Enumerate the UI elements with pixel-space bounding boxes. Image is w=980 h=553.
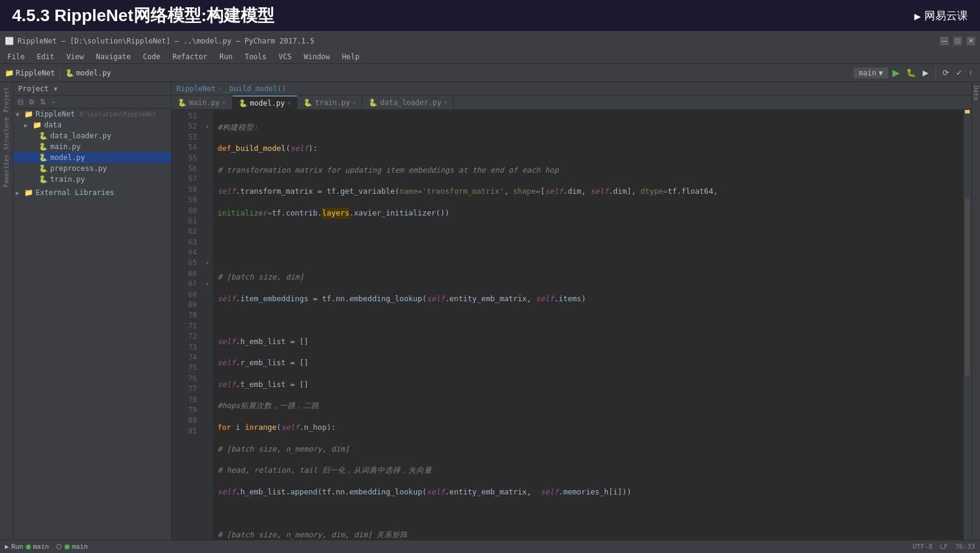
- data-side-label[interactable]: Data: [973, 82, 979, 104]
- tab-icon-train: 🐍: [303, 98, 312, 107]
- run-configuration[interactable]: main ▼: [854, 68, 888, 78]
- run-config-1: Run: [11, 543, 24, 551]
- folder-icon-ext: 📁: [24, 188, 33, 197]
- project-panel: Project ▼ ⊟ ⚙ ⇅ ← ▼ 📁 RippleNet D:\solut…: [13, 82, 172, 553]
- tab-model-py[interactable]: 🐍 model.py ✕: [233, 95, 298, 109]
- close-button[interactable]: ✕: [967, 37, 975, 45]
- tree-item-label-preprocess: preprocess.py: [50, 164, 107, 173]
- tree-arrow-ext: ▶: [16, 190, 22, 196]
- breadcrumb-ripplenet[interactable]: RippleNet: [176, 85, 216, 93]
- status-line-ending: LF: [940, 543, 948, 551]
- run-icon-2: ⬡: [56, 543, 62, 551]
- panel-scroll-button[interactable]: ⇅: [38, 97, 48, 107]
- fold-indicator-52[interactable]: ▾: [202, 121, 213, 132]
- tab-close-main[interactable]: ✕: [222, 99, 226, 106]
- tree-root-ripplenet[interactable]: ▼ 📁 RippleNet D:\solution\RippleNet: [13, 109, 171, 120]
- code-line-54: self.transform_matrix = tf.get_variable(…: [218, 187, 958, 197]
- tab-train-py[interactable]: 🐍 train.py ✕: [297, 95, 363, 109]
- menu-edit[interactable]: Edit: [34, 52, 57, 62]
- code-line-69: [218, 508, 958, 518]
- window-controls[interactable]: — □ ✕: [940, 37, 975, 45]
- run-button[interactable]: ▶: [890, 66, 902, 80]
- window-title: ⬜ RippleNet – [D:\solution\RippleNet] – …: [5, 37, 314, 45]
- dropdown-icon: ▼: [878, 69, 883, 77]
- menu-tools[interactable]: Tools: [242, 52, 269, 62]
- menu-window[interactable]: Window: [301, 52, 332, 62]
- logo-icon: ▶: [914, 10, 921, 22]
- toolbar-separator-2: [935, 67, 936, 79]
- file-icon-toolbar: 🐍: [65, 69, 74, 77]
- menu-bar: File Edit View Navigate Code Refactor Ru…: [0, 50, 980, 64]
- menu-view[interactable]: View: [64, 52, 86, 62]
- menu-vcs[interactable]: VCS: [276, 52, 294, 62]
- code-line-53: # transformation matrix for updating ite…: [218, 165, 958, 175]
- tree-arrow-data: ▶: [24, 122, 30, 129]
- tab-data-loader-py[interactable]: 🐍 data_loader.py ✕: [363, 95, 454, 109]
- menu-file[interactable]: File: [5, 52, 27, 62]
- app-icon: ⬜: [5, 37, 14, 45]
- menu-code[interactable]: Code: [141, 52, 163, 62]
- tree-item-model[interactable]: 🐍 model.py: [13, 152, 171, 163]
- code-editor[interactable]: 51 52 53 54 55 56 57 58 59 60 61 62 63 6…: [172, 110, 972, 553]
- lecture-title: 4.5.3 RippleNet网络模型:构建模型: [12, 4, 274, 27]
- tab-main-py[interactable]: 🐍 main.py ✕: [172, 95, 233, 109]
- tab-icon-main: 🐍: [178, 98, 187, 107]
- fold-indicator-65[interactable]: ▾: [202, 258, 213, 268]
- code-line-64: #hops拓展次数，一跳，二跳: [218, 401, 958, 411]
- file-name-toolbar: model.py: [76, 69, 111, 77]
- panel-dropdown-icon[interactable]: ▼: [54, 85, 58, 93]
- vcs-commit-button[interactable]: ✓: [953, 67, 965, 78]
- tree-item-data[interactable]: ▶ 📁 data: [13, 120, 171, 130]
- line-numbers: 51 52 53 54 55 56 57 58 59 60 61 62 63 6…: [172, 110, 202, 553]
- panel-hide-button[interactable]: ←: [49, 97, 60, 107]
- favorites-sidebar-label[interactable]: Favorites: [3, 152, 10, 190]
- panel-header: Project ▼: [13, 82, 171, 96]
- structure-sidebar-label[interactable]: Structure: [3, 115, 10, 152]
- breadcrumb-build-model[interactable]: _build_model(): [225, 85, 286, 93]
- window-title-text: RippleNet – [D:\solution\RippleNet] – ..…: [18, 37, 314, 45]
- vcs-update-button[interactable]: ⟳: [940, 67, 952, 78]
- project-sidebar-label[interactable]: Project: [3, 85, 10, 115]
- toolbar: 📁 RippleNet 🐍 model.py main ▼ ▶ 🐛 ▶ ⟳ ✓ …: [0, 64, 980, 82]
- scroll-indicator[interactable]: [963, 110, 972, 553]
- menu-navigate[interactable]: Navigate: [94, 52, 134, 62]
- run-dot-1: [26, 545, 31, 549]
- menu-refactor[interactable]: Refactor: [170, 52, 210, 62]
- file-name-section: 🐍 model.py: [65, 69, 111, 77]
- code-line-51: #构建模型:: [218, 122, 958, 132]
- tree-item-train[interactable]: 🐍 train.py: [13, 174, 171, 185]
- tree-item-label-data: data: [44, 121, 62, 129]
- fold-indicator-67[interactable]: ▾: [202, 279, 213, 289]
- project-selector: 📁 RippleNet: [5, 69, 55, 77]
- project-name: RippleNet: [16, 69, 55, 77]
- tree-item-external-libs[interactable]: ▶ 📁 External Libraries: [13, 187, 171, 198]
- breadcrumb-sep-1: ›: [218, 85, 222, 93]
- panel-settings-button[interactable]: ⚙: [27, 97, 37, 107]
- tab-close-model[interactable]: ✕: [287, 100, 291, 106]
- tab-label-main: main.py: [189, 98, 220, 107]
- code-line-57: [218, 251, 958, 261]
- tree-item-preprocess[interactable]: 🐍 preprocess.py: [13, 163, 171, 174]
- code-lines[interactable]: #构建模型: def _build_model(self): # transfo…: [213, 110, 963, 553]
- tab-close-data-loader[interactable]: ✕: [443, 99, 447, 106]
- run-bar: ▶ Run main ⬡ main UTF-8 LF 76:33: [0, 540, 980, 553]
- panel-collapse-button[interactable]: ⊟: [16, 97, 25, 107]
- tree-item-main[interactable]: 🐍 main.py: [13, 141, 171, 152]
- folder-icon-root: 📁: [24, 110, 33, 118]
- menu-help[interactable]: Help: [340, 52, 362, 62]
- maximize-button[interactable]: □: [953, 37, 962, 45]
- menu-run[interactable]: Run: [217, 52, 235, 62]
- debug-button[interactable]: 🐛: [904, 67, 918, 78]
- tree-item-data-loader[interactable]: 🐍 data_loader.py: [13, 130, 171, 141]
- title-bar: 4.5.3 RippleNet网络模型:构建模型 ▶ 网易云课: [0, 0, 980, 31]
- code-line-68: self.h_emb_list.append(tf.nn.embedding_l…: [218, 487, 958, 497]
- run-coverage-button[interactable]: ▶: [920, 67, 931, 78]
- vcs-push-button[interactable]: ↑: [967, 67, 976, 78]
- run-indicator-1[interactable]: ▶ Run main: [5, 543, 49, 551]
- minimize-button[interactable]: —: [940, 37, 949, 45]
- run-indicator-2[interactable]: ⬡ main: [56, 543, 88, 551]
- tab-close-train[interactable]: ✕: [352, 99, 356, 106]
- scroll-thumb[interactable]: [965, 199, 970, 376]
- tab-icon-model: 🐍: [239, 99, 248, 107]
- py-icon-train: 🐍: [39, 175, 48, 184]
